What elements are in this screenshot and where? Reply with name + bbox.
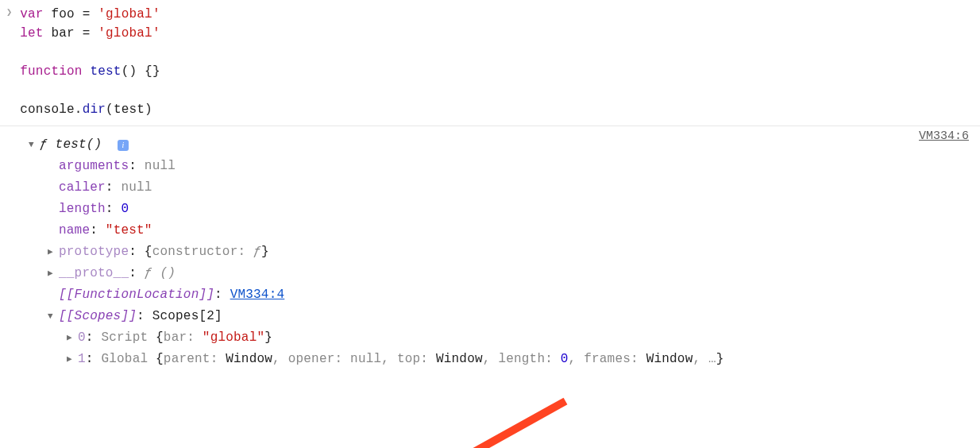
source-location-link[interactable]: VM334:4: [230, 284, 285, 306]
annotation-arrow-icon: [327, 387, 581, 448]
prop-proto[interactable]: __proto__: ƒ (): [29, 263, 974, 284]
function-name: test: [90, 64, 121, 79]
input-code[interactable]: var foo = 'global' let bar = 'global' fu…: [20, 5, 160, 119]
tree-header[interactable]: ƒ test() i: [29, 134, 974, 156]
string-literal: 'global': [98, 7, 160, 21]
prop-caller[interactable]: caller: null: [29, 177, 974, 199]
prop-arguments[interactable]: arguments: null: [29, 156, 974, 177]
prop-prototype[interactable]: prototype: {constructor: ƒ}: [29, 241, 974, 263]
object-tree: ƒ test() i arguments: null caller: null …: [29, 134, 974, 370]
console-input-row: ❯ var foo = 'global' let bar = 'global' …: [0, 0, 980, 126]
scope-entry-1[interactable]: 1: Global { parent: Window, opener: null…: [29, 349, 974, 370]
disclosure-triangle-icon[interactable]: [67, 349, 76, 370]
object-name: test(): [56, 134, 102, 156]
prop-length[interactable]: length: 0: [29, 199, 974, 220]
keyword-let: let: [20, 26, 43, 41]
keyword-var: var: [20, 7, 43, 21]
prompt-icon: ❯: [6, 5, 12, 21]
disclosure-triangle-icon[interactable]: [48, 306, 57, 327]
string-literal: 'global': [98, 26, 160, 41]
ident-bar: bar: [51, 26, 74, 41]
disclosure-triangle-icon[interactable]: [29, 134, 38, 156]
console-output-row: VM334:6 ƒ test() i arguments: null calle…: [0, 126, 980, 377]
prop-name[interactable]: name: "test": [29, 220, 974, 241]
disclosure-triangle-icon[interactable]: [48, 263, 57, 284]
keyword-function: function: [20, 64, 82, 79]
function-glyph-icon: ƒ: [40, 134, 56, 156]
disclosure-triangle-icon[interactable]: [48, 241, 57, 263]
info-icon[interactable]: i: [118, 140, 129, 151]
scope-entry-0[interactable]: 0: Script {bar: "global"}: [29, 327, 974, 349]
disclosure-triangle-icon[interactable]: [67, 327, 76, 349]
prop-scopes[interactable]: [[Scopes]]: Scopes[2]: [29, 306, 974, 327]
svg-line-1: [351, 401, 565, 448]
prop-function-location[interactable]: [[FunctionLocation]]: VM334:4: [29, 284, 974, 306]
source-location-link[interactable]: VM334:6: [919, 129, 969, 143]
ident-foo: foo: [51, 7, 74, 21]
